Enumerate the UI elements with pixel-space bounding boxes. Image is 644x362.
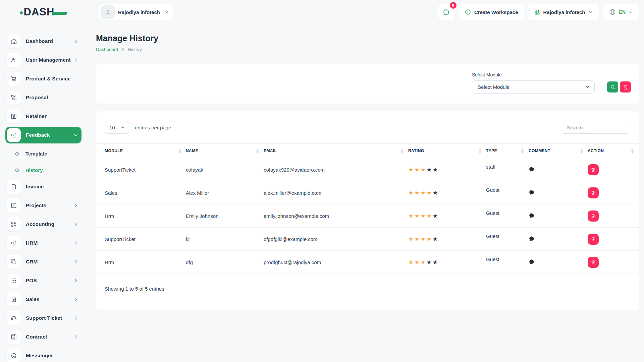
star-icon: ★ xyxy=(408,236,413,242)
delete-button[interactable] xyxy=(588,257,599,268)
workspace-switcher[interactable]: Rajodiya infotech xyxy=(99,4,173,20)
page-size-select[interactable]: 10 xyxy=(105,121,129,134)
avatar-user-icon xyxy=(102,6,114,18)
search-icon xyxy=(610,84,615,90)
action-cell xyxy=(588,181,639,204)
trash-icon xyxy=(591,190,596,195)
module-cell: SupportTicket xyxy=(96,158,186,181)
comment-cell xyxy=(529,204,588,228)
comment-button[interactable] xyxy=(529,259,535,265)
column-header-type[interactable]: TYPE xyxy=(486,144,529,158)
logo-accent-dot xyxy=(20,11,23,14)
comment-cell xyxy=(529,181,588,204)
sidebar-item-projects[interactable]: Projects xyxy=(5,197,82,214)
comment-bubble-icon xyxy=(529,236,535,242)
sort-icon[interactable] xyxy=(631,149,634,153)
sidebar: DashboardUser ManagementProduct & Servic… xyxy=(0,24,87,362)
sidebar-item-invoice[interactable]: Invoice xyxy=(5,178,82,195)
star-icon: ★ xyxy=(421,190,426,196)
delete-button[interactable] xyxy=(588,234,599,245)
chevron-right-icon xyxy=(73,203,78,208)
sidebar-item-accounting[interactable]: Accounting xyxy=(5,216,82,233)
home-icon xyxy=(7,34,21,48)
sidebar-item-support-ticket[interactable]: Support Ticket xyxy=(5,310,82,326)
star-rating: ★★★★★ xyxy=(408,236,486,242)
sidebar-item-messenger[interactable]: Messenger xyxy=(5,347,82,362)
company-menu-button[interactable]: Rajodiya infotech xyxy=(528,4,599,20)
comment-button[interactable] xyxy=(529,213,535,219)
table-search-input[interactable] xyxy=(562,121,629,134)
star-icon: ★ xyxy=(433,259,438,265)
chevron-right-icon xyxy=(73,222,78,227)
column-header-comment[interactable]: COMMENT xyxy=(529,144,588,158)
type-cell: staff xyxy=(486,158,529,181)
delete-button[interactable] xyxy=(588,187,599,198)
sidebar-subitem-label: Template xyxy=(25,151,47,157)
sidebar-item-sales[interactable]: Sales xyxy=(5,291,82,308)
column-header-name[interactable]: NAME xyxy=(186,144,264,158)
chevron-down-icon xyxy=(164,10,169,14)
sidebar-item-pos[interactable]: POS xyxy=(5,272,82,289)
sidebar-item-contract[interactable]: Contract xyxy=(5,328,82,345)
breadcrumb-dashboard-link[interactable]: Dashboard xyxy=(96,47,118,52)
delete-button[interactable] xyxy=(588,164,599,175)
messages-button[interactable]: 0 xyxy=(438,4,454,20)
star-icon: ★ xyxy=(433,236,438,242)
table-header-row: MODULENAMEEMAILRATINGTYPECOMMENTACTION xyxy=(96,144,639,158)
sort-icon[interactable] xyxy=(521,149,524,153)
apply-filter-button[interactable] xyxy=(607,81,618,93)
sidebar-item-user-management[interactable]: User Management xyxy=(5,52,82,68)
column-header-rating[interactable]: RATING xyxy=(408,144,486,158)
action-cell xyxy=(588,204,639,228)
column-header-label: COMMENT xyxy=(529,148,550,153)
email-cell: dfgdfgjkl@example.com xyxy=(264,228,408,251)
sidebar-item-feedback[interactable]: Feedback xyxy=(5,127,82,143)
column-header-label: EMAIL xyxy=(264,148,277,153)
star-icon: ★ xyxy=(433,167,438,173)
type-cell: Guest xyxy=(486,251,529,274)
sidebar-item-product-service[interactable]: Product & Service xyxy=(5,70,82,87)
app-logo[interactable]: DASH xyxy=(0,6,87,18)
action-cell xyxy=(588,251,639,274)
sidebar-item-hrm[interactable]: HRM xyxy=(5,235,82,251)
sort-icon[interactable] xyxy=(178,149,181,153)
sort-icon[interactable] xyxy=(580,149,583,153)
sidebar-item-label: Dashboard xyxy=(26,38,73,44)
module-select[interactable]: Select Module xyxy=(472,80,595,94)
sidebar-subitem-history[interactable]: History xyxy=(5,162,82,178)
column-header-module[interactable]: MODULE xyxy=(96,144,186,158)
sidebar-item-label: Contract xyxy=(26,334,73,340)
plus-circle-icon xyxy=(465,9,471,15)
sort-icon[interactable] xyxy=(479,149,481,153)
comment-button[interactable] xyxy=(529,166,535,172)
reset-filter-button[interactable] xyxy=(620,81,631,93)
sidebar-item-label: Feedback xyxy=(26,132,73,138)
chevron-right-icon xyxy=(73,335,78,339)
language-menu-button[interactable]: EN xyxy=(603,4,639,20)
chevron-down-icon xyxy=(120,125,125,130)
sidebar-item-dashboard[interactable]: Dashboard xyxy=(5,33,82,50)
star-icon: ★ xyxy=(433,213,438,219)
comment-bubble-icon xyxy=(529,189,535,195)
sort-icon[interactable] xyxy=(401,149,404,153)
comment-button[interactable] xyxy=(529,236,535,242)
target-icon xyxy=(7,236,21,250)
swap-boxes-icon xyxy=(7,90,21,105)
sidebar-item-label: CRM xyxy=(26,259,73,265)
sidebar-subitem-template[interactable]: Template xyxy=(5,145,82,162)
sort-icon[interactable] xyxy=(256,149,259,153)
delete-button[interactable] xyxy=(588,210,599,222)
sidebar-item-label: POS xyxy=(26,278,73,284)
grid-plus-icon xyxy=(534,9,540,15)
comment-button[interactable] xyxy=(529,189,535,195)
sidebar-item-retainer[interactable]: Retainer xyxy=(5,108,82,125)
star-icon: ★ xyxy=(408,190,413,196)
module-cell: Hrm xyxy=(96,251,186,274)
column-header-action[interactable]: ACTION xyxy=(588,144,639,158)
sidebar-item-crm[interactable]: CRM xyxy=(5,253,82,270)
sidebar-item-proposal[interactable]: Proposal xyxy=(5,89,82,106)
sidebar-item-label: Messenger xyxy=(26,353,78,359)
globe-icon xyxy=(609,8,616,16)
create-workspace-button[interactable]: Create Workspace xyxy=(459,4,524,20)
column-header-email[interactable]: EMAIL xyxy=(264,144,408,158)
